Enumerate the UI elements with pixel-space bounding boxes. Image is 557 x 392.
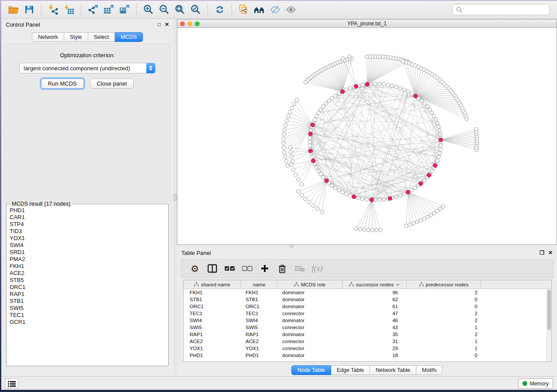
graph-node[interactable] — [290, 163, 293, 166]
table-scrollbar[interactable] — [547, 289, 551, 361]
close-panel-icon[interactable]: ✕ — [548, 250, 553, 255]
graph-node[interactable] — [286, 164, 289, 167]
table-row[interactable]: FKH1FKH1dominator962 — [183, 289, 547, 296]
graph-node[interactable] — [356, 196, 360, 199]
column-header-successor-nodes[interactable]: successor nodes — [343, 280, 407, 289]
table-cell[interactable]: 61 — [343, 304, 407, 309]
graph-node[interactable] — [334, 186, 337, 189]
graph-node[interactable] — [398, 194, 402, 197]
graph-node[interactable] — [382, 198, 385, 201]
graph-edge[interactable] — [367, 59, 401, 84]
graph-node[interactable] — [337, 92, 341, 95]
graph-node[interactable] — [361, 83, 364, 86]
graph-edge[interactable] — [372, 84, 375, 200]
tab-node-table[interactable]: Node Table — [291, 365, 331, 375]
graph-node[interactable] — [308, 136, 311, 140]
table-cell[interactable]: 43 — [343, 325, 407, 330]
graph-edge[interactable] — [315, 120, 437, 123]
graph-node[interactable] — [315, 114, 318, 118]
graph-node[interactable] — [426, 215, 429, 219]
graph-node[interactable] — [324, 102, 328, 105]
graph-node[interactable] — [441, 205, 445, 208]
graph-node[interactable] — [386, 83, 390, 86]
graph-node[interactable] — [412, 222, 415, 225]
table-cell[interactable]: 35 — [343, 332, 407, 337]
graph-node[interactable] — [300, 182, 303, 186]
graph-node[interactable] — [283, 128, 286, 131]
show-columns-button[interactable] — [204, 261, 220, 276]
table-row[interactable]: RAP1RAP1dominator352 — [183, 331, 547, 338]
graph-node[interactable] — [283, 155, 287, 158]
graph-node[interactable] — [322, 105, 325, 108]
create-column-button[interactable] — [257, 261, 273, 276]
table-cell[interactable]: connector — [277, 346, 343, 351]
graph-dominator-node[interactable] — [370, 198, 374, 202]
table-cell[interactable]: 18 — [343, 353, 407, 358]
graph-node[interactable] — [316, 207, 319, 210]
graph-node[interactable] — [308, 140, 311, 144]
export-table-button[interactable] — [101, 3, 117, 17]
table-cell[interactable]: YOX1 — [241, 346, 277, 351]
graph-node[interactable] — [382, 83, 385, 86]
graph-edge[interactable] — [415, 72, 429, 96]
mcds-node-item[interactable]: SWI4 — [10, 242, 168, 249]
graph-node[interactable] — [378, 82, 381, 86]
table-cell[interactable]: dominator — [277, 332, 343, 337]
graph-dominator-node[interactable] — [433, 164, 437, 168]
graph-edge[interactable] — [356, 200, 372, 229]
graph-node[interactable] — [436, 121, 439, 125]
graph-edge[interactable] — [372, 200, 381, 230]
table-cell[interactable]: connector — [277, 339, 343, 344]
graph-node[interactable] — [311, 204, 315, 207]
graph-node[interactable] — [288, 110, 291, 114]
graph-edge[interactable] — [284, 125, 313, 134]
graph-edge[interactable] — [367, 61, 406, 85]
run-mcds-button[interactable]: Run MCDS — [41, 79, 84, 89]
table-row[interactable]: ORC1ORC1dominator610 — [183, 303, 547, 310]
zoom-out-button[interactable] — [156, 3, 172, 17]
graph-dominator-node[interactable] — [354, 84, 358, 88]
graph-node[interactable] — [432, 114, 436, 118]
graph-node[interactable] — [361, 197, 364, 200]
close-panel-icon[interactable]: ✕ — [165, 22, 169, 27]
vertical-splitter[interactable] — [173, 19, 177, 376]
table-cell[interactable]: dominator — [277, 318, 343, 323]
graph-edge[interactable] — [441, 140, 477, 147]
table-cell[interactable]: connector — [277, 311, 343, 316]
graph-node[interactable] — [282, 141, 285, 145]
search-input[interactable] — [465, 5, 550, 14]
graph-node[interactable] — [341, 190, 344, 194]
table-row[interactable]: PHD1PHD1dominator180 — [183, 352, 547, 359]
graph-node[interactable] — [426, 105, 429, 108]
tab-network[interactable]: Network — [32, 32, 64, 42]
graph-node[interactable] — [402, 88, 406, 92]
mcds-node-item[interactable]: SWI5 — [10, 305, 168, 312]
mcds-node-item[interactable]: PHD1 — [10, 207, 168, 214]
delete-table-button[interactable] — [292, 261, 308, 276]
graph-node[interactable] — [430, 111, 434, 114]
graph-node[interactable] — [289, 150, 293, 154]
graph-node[interactable] — [308, 144, 311, 148]
graph-edge[interactable] — [408, 192, 428, 217]
graph-dominator-node[interactable] — [308, 149, 312, 153]
table-cell[interactable]: dominator — [277, 297, 343, 302]
graph-edge[interactable] — [415, 68, 421, 96]
scrollbar-thumb[interactable] — [547, 290, 551, 330]
table-cell[interactable]: dominator — [277, 353, 343, 358]
network-canvas[interactable] — [177, 28, 557, 244]
table-cell[interactable]: 0 — [407, 304, 481, 309]
show-graphics-details-button[interactable] — [283, 3, 299, 17]
graph-edge[interactable] — [336, 96, 416, 96]
graph-node[interactable] — [429, 213, 432, 217]
table-cell[interactable]: SWI5 — [241, 325, 277, 330]
graph-node[interactable] — [365, 198, 368, 201]
graph-edge[interactable] — [297, 100, 313, 125]
graph-dominator-node[interactable] — [388, 196, 392, 200]
graph-node[interactable] — [308, 201, 311, 204]
graph-dominator-node[interactable] — [311, 123, 315, 127]
graph-node[interactable] — [378, 198, 381, 202]
table-cell[interactable]: 47 — [343, 311, 407, 316]
graph-dominator-node[interactable] — [427, 173, 431, 177]
graph-node[interactable] — [402, 192, 406, 196]
tab-edge-table[interactable]: Edge Table — [331, 365, 370, 375]
